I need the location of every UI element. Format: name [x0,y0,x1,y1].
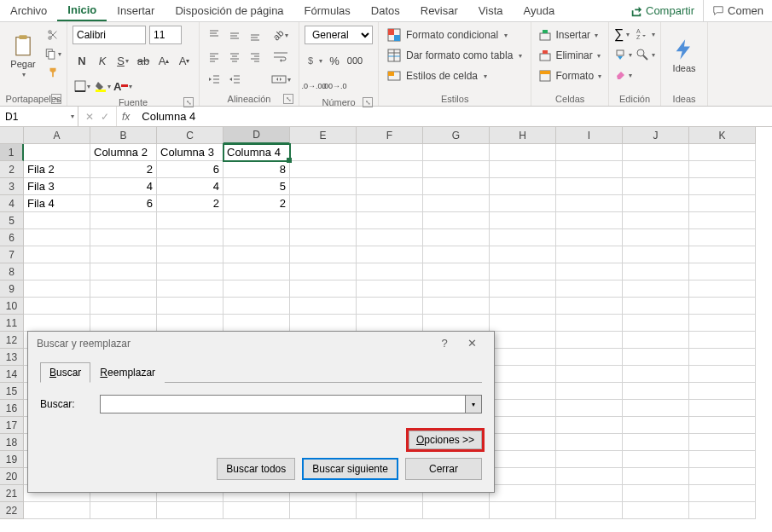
cell[interactable] [423,263,490,280]
cell[interactable] [223,502,290,519]
cell[interactable] [157,229,223,246]
row-header[interactable]: 4 [0,195,24,212]
autosum-button[interactable]: ∑▾ [614,26,632,43]
cell[interactable] [623,502,689,519]
cell[interactable] [423,212,490,229]
column-header[interactable]: C [157,127,223,144]
cell[interactable]: Fila 3 [24,178,90,195]
cell[interactable] [24,298,90,315]
align-center-button[interactable] [225,48,244,66]
cell[interactable] [556,468,623,485]
cell[interactable] [290,298,357,315]
cell[interactable] [357,315,423,332]
align-bottom-button[interactable] [246,26,264,44]
cell[interactable] [357,263,423,280]
menu-disposición-de-página[interactable]: Disposición de página [165,0,293,21]
cell[interactable] [689,468,756,485]
column-header[interactable]: E [290,127,357,144]
cell[interactable]: Columna 3 [157,144,223,161]
find-all-button[interactable]: Buscar todos [217,458,295,480]
cell[interactable] [490,383,556,400]
cell[interactable] [24,280,90,298]
cell[interactable] [490,298,556,315]
cut-button[interactable] [44,27,61,43]
cell[interactable] [423,178,490,195]
fill-color-button[interactable]: ▾ [93,77,112,95]
cell[interactable] [490,212,556,229]
cell[interactable] [90,263,157,280]
cell[interactable] [623,417,689,434]
cell[interactable] [556,161,623,178]
row-header[interactable]: 12 [0,332,24,349]
cell[interactable] [290,178,357,195]
cell[interactable] [689,315,756,332]
cell[interactable] [223,263,290,280]
row-header[interactable]: 22 [0,502,24,519]
cell[interactable]: Fila 4 [24,195,90,212]
cell[interactable] [556,383,623,400]
menu-inicio[interactable]: Inicio [57,0,107,21]
cell[interactable] [556,400,623,417]
decrease-decimal-button[interactable]: .00→.0 [325,77,344,95]
row-header[interactable]: 6 [0,229,24,246]
cell[interactable] [689,383,756,400]
cell[interactable] [24,263,90,280]
column-header[interactable]: B [90,127,157,144]
help-button[interactable]: ? [431,337,458,350]
cell[interactable] [90,212,157,229]
cell[interactable] [623,332,689,349]
cell[interactable]: 8 [223,161,290,178]
formula-input[interactable] [135,107,772,126]
cancel-formula-icon[interactable]: ✕ [85,111,94,123]
cell[interactable] [689,417,756,434]
font-name-select[interactable] [73,26,146,44]
cell[interactable] [623,315,689,332]
cell[interactable] [290,246,357,263]
underline-button[interactable]: S▾ [113,51,132,70]
align-left-button[interactable] [205,48,223,66]
close-icon[interactable]: ✕ [458,337,485,350]
cell[interactable] [689,195,756,212]
column-header[interactable]: D [223,127,290,144]
cell[interactable] [157,280,223,298]
fx-label[interactable]: fx [117,107,135,126]
cell[interactable] [490,434,556,451]
format-cells-button[interactable]: Formato▾ [537,66,603,85]
cell[interactable] [556,246,623,263]
sort-filter-button[interactable]: AZ▾ [636,26,655,43]
cell[interactable] [423,502,490,519]
column-header[interactable]: A [24,127,90,144]
share-button[interactable]: Compartir [622,0,703,21]
cell[interactable]: 4 [157,178,223,195]
cell[interactable]: Fila 2 [24,161,90,178]
cell[interactable] [623,195,689,212]
cell[interactable]: 2 [90,161,157,178]
align-right-button[interactable] [246,48,264,66]
cell[interactable] [556,451,623,468]
cell[interactable] [423,315,490,332]
menu-vista[interactable]: Vista [468,0,514,21]
cell[interactable] [623,434,689,451]
cell[interactable] [357,178,423,195]
border-button[interactable]: ▾ [73,77,91,95]
cell[interactable] [157,212,223,229]
find-input[interactable] [100,395,465,413]
cell[interactable] [24,315,90,332]
fill-button[interactable]: ▾ [614,46,632,63]
cell[interactable] [689,246,756,263]
cell[interactable] [623,212,689,229]
cell[interactable] [357,280,423,298]
cell[interactable] [223,298,290,315]
cell[interactable] [689,144,756,161]
cell[interactable]: 2 [157,195,223,212]
find-next-button[interactable]: Buscar siguiente [302,458,398,480]
cell[interactable] [290,502,357,519]
cell[interactable] [556,178,623,195]
cell[interactable] [490,468,556,485]
menu-ayuda[interactable]: Ayuda [514,0,566,21]
cell[interactable] [623,161,689,178]
cell[interactable] [689,400,756,417]
cell[interactable] [490,280,556,298]
cell[interactable] [623,451,689,468]
cell[interactable] [689,366,756,383]
